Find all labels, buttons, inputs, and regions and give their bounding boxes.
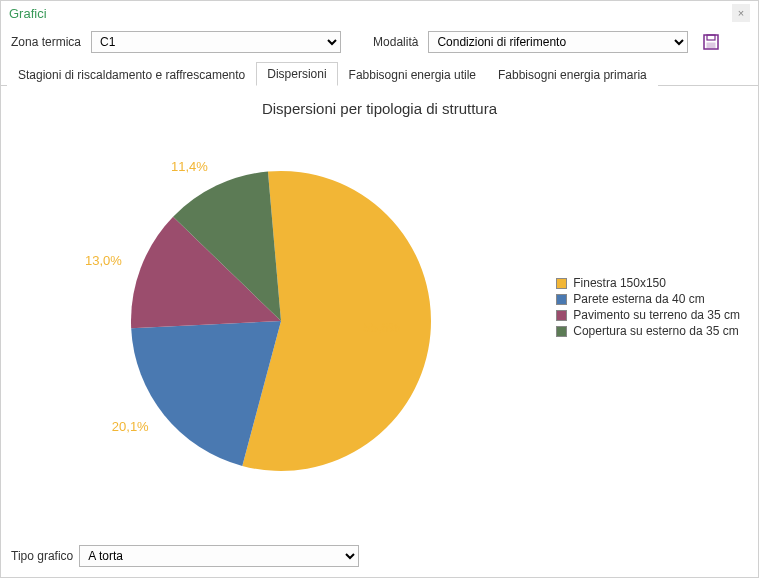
tab-heating-cooling[interactable]: Stagioni di riscaldamento e raffrescamen… <box>7 63 256 86</box>
legend-item-copertura: Copertura su esterno da 35 cm <box>556 324 740 338</box>
bottom-controls: Tipo grafico A torta <box>1 539 758 577</box>
svg-rect-2 <box>707 43 715 48</box>
chart-type-label: Tipo grafico <box>11 549 73 563</box>
legend-label: Pavimento su terreno da 35 cm <box>573 308 740 322</box>
chart-area: 55,6%20,1%13,0%11,4% Finestra 150x150 Pa… <box>1 121 758 539</box>
title-bar: Grafici × <box>1 1 758 25</box>
pie-slice-label: 55,6% <box>363 320 400 335</box>
tab-energia-primaria[interactable]: Fabbisogni energia primaria <box>487 63 658 86</box>
legend-label: Copertura su esterno da 35 cm <box>573 324 738 338</box>
save-icon[interactable] <box>702 33 720 51</box>
tab-energia-utile[interactable]: Fabbisogni energia utile <box>338 63 487 86</box>
tab-dispersioni[interactable]: Dispersioni <box>256 62 337 86</box>
window-title: Grafici <box>9 6 47 21</box>
mode-select[interactable]: Condizioni di riferimento <box>428 31 688 53</box>
chart-title: Dispersioni per tipologia di struttura <box>1 86 758 121</box>
legend-item-parete: Parete esterna da 40 cm <box>556 292 740 306</box>
legend-item-finestra: Finestra 150x150 <box>556 276 740 290</box>
legend-label: Parete esterna da 40 cm <box>573 292 704 306</box>
chart-type-select[interactable]: A torta <box>79 545 359 567</box>
tab-bar: Stagioni di riscaldamento e raffrescamen… <box>1 61 758 86</box>
legend-label: Finestra 150x150 <box>573 276 666 290</box>
square-icon <box>556 326 567 337</box>
mode-label: Modalità <box>373 35 418 49</box>
pie-slice-label: 20,1% <box>112 419 149 434</box>
zone-select[interactable]: C1 <box>91 31 341 53</box>
legend: Finestra 150x150 Parete esterna da 40 cm… <box>556 276 740 340</box>
zone-label: Zona termica <box>11 35 81 49</box>
close-icon[interactable]: × <box>732 4 750 22</box>
square-icon <box>556 294 567 305</box>
legend-item-pavimento: Pavimento su terreno da 35 cm <box>556 308 740 322</box>
top-controls: Zona termica C1 Modalità Condizioni di r… <box>1 25 758 59</box>
pie-slice-label: 13,0% <box>85 253 122 268</box>
square-icon <box>556 310 567 321</box>
square-icon <box>556 278 567 289</box>
pie-slice-label: 11,4% <box>171 159 208 174</box>
